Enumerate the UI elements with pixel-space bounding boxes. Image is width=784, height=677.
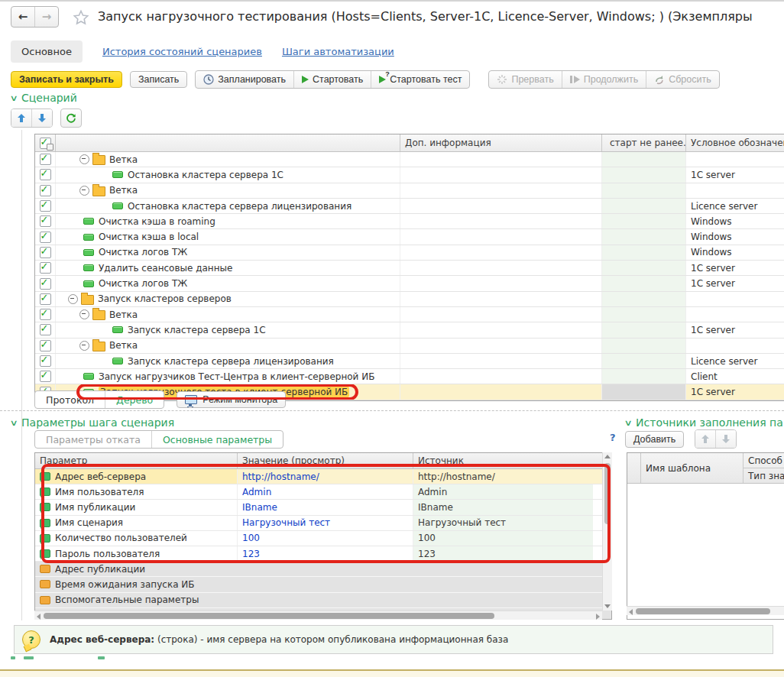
tree-cell[interactable]: Ветка bbox=[56, 338, 400, 353]
param-value-cell[interactable]: 123 bbox=[238, 546, 413, 561]
tree-row[interactable]: Запуск кластеров серверов bbox=[35, 292, 784, 307]
row-checkbox[interactable] bbox=[40, 293, 51, 305]
row-check-cell[interactable] bbox=[35, 354, 56, 368]
dop-info-cell[interactable] bbox=[400, 276, 602, 290]
tree-cell[interactable]: Очистка логов ТЖ bbox=[56, 276, 400, 290]
param-row[interactable]: Имя сценарияНагрузочный тестНагрузочный … bbox=[35, 516, 611, 531]
param-name-cell[interactable]: Имя публикации bbox=[35, 500, 238, 514]
param-row[interactable]: Имя пользователяAdminAdmin bbox=[35, 484, 611, 500]
dop-info-cell[interactable] bbox=[400, 245, 602, 260]
dop-info-column-header[interactable]: Доп. информация bbox=[400, 134, 602, 151]
row-checkbox[interactable] bbox=[40, 371, 51, 382]
row-checkbox[interactable] bbox=[40, 215, 51, 227]
dop-info-cell[interactable] bbox=[400, 369, 602, 384]
row-checkbox[interactable] bbox=[40, 232, 51, 243]
move-down-button[interactable] bbox=[31, 109, 52, 127]
row-check-cell[interactable] bbox=[35, 276, 56, 290]
tree-cell[interactable]: Ветка bbox=[56, 307, 400, 322]
param-row[interactable]: Имя публикацииIBnameIBname bbox=[35, 500, 611, 515]
dop-info-cell[interactable] bbox=[400, 292, 602, 306]
dop-info-cell[interactable] bbox=[400, 384, 602, 399]
cond-cell[interactable]: 1C server bbox=[686, 261, 784, 275]
tree-cell[interactable]: Остановка кластера сервера лицензировани… bbox=[56, 199, 400, 213]
tab-tree[interactable]: Дерево bbox=[105, 391, 164, 408]
value-type-column-header[interactable]: Тип знач bbox=[744, 468, 784, 483]
dop-info-cell[interactable] bbox=[400, 152, 602, 167]
interrupt-button[interactable]: Прервать bbox=[489, 71, 561, 88]
save-button[interactable]: Записать bbox=[130, 71, 187, 88]
tree-cell[interactable]: Очистка кэша в roaming bbox=[56, 214, 400, 228]
param-value-cell[interactable]: 100 bbox=[238, 531, 413, 546]
cond-cell[interactable]: Licence server bbox=[686, 354, 784, 368]
start-cell[interactable] bbox=[602, 292, 686, 306]
param-value-cell[interactable]: http://hostname/ bbox=[238, 469, 413, 484]
collapse-minus-icon[interactable] bbox=[79, 309, 89, 319]
sources-horizontal-scrollbar[interactable] bbox=[627, 606, 784, 615]
tab-protocol[interactable]: Протокол bbox=[35, 391, 105, 408]
tree-row[interactable]: Удалить сеансовые данные1C server bbox=[35, 261, 784, 276]
scenario-section-header[interactable]: ∨ Сценарий bbox=[11, 92, 77, 104]
cond-cell[interactable] bbox=[686, 152, 784, 167]
start-cell[interactable] bbox=[602, 261, 686, 275]
tree-row[interactable]: Очистка кэша в roamingWindows bbox=[35, 214, 784, 229]
dop-info-cell[interactable] bbox=[400, 214, 602, 228]
param-value-cell[interactable]: Нагрузочный тест bbox=[238, 516, 413, 530]
param-name-cell[interactable]: Количество пользователей bbox=[35, 531, 238, 546]
tree-cell[interactable]: Ветка bbox=[56, 183, 400, 198]
start-cell[interactable] bbox=[602, 199, 686, 213]
start-cell[interactable] bbox=[602, 322, 686, 337]
row-checkbox[interactable] bbox=[40, 200, 51, 212]
row-checkbox[interactable] bbox=[40, 355, 51, 367]
help-question-icon[interactable]: ? bbox=[610, 432, 616, 443]
dop-info-cell[interactable] bbox=[400, 322, 602, 337]
move-down-button-disabled[interactable] bbox=[715, 430, 736, 448]
param-source-cell[interactable]: IBname bbox=[413, 500, 593, 514]
tree-row[interactable]: Очистка кэша в localWindows bbox=[35, 229, 784, 245]
collapse-minus-icon[interactable] bbox=[79, 186, 89, 196]
row-check-cell[interactable] bbox=[35, 322, 56, 337]
start-cell[interactable] bbox=[602, 384, 686, 399]
row-checkbox[interactable] bbox=[40, 340, 51, 351]
param-name-cell[interactable]: Пароль пользователя bbox=[35, 546, 238, 561]
select-all-header-cell[interactable] bbox=[35, 134, 56, 151]
param-name-cell[interactable]: Адрес веб-сервера bbox=[35, 469, 238, 484]
start-cell[interactable] bbox=[602, 229, 686, 244]
cond-cell[interactable]: Licence server bbox=[686, 199, 784, 213]
param-group-row[interactable]: Время ожидания запуска ИБ bbox=[35, 577, 611, 592]
move-up-button[interactable] bbox=[11, 109, 31, 127]
row-checkbox[interactable] bbox=[40, 185, 51, 196]
tree-row[interactable]: Очистка логов ТЖWindows bbox=[35, 245, 784, 261]
tree-cell[interactable]: Очистка логов ТЖ bbox=[56, 245, 400, 260]
dop-info-cell[interactable] bbox=[400, 354, 602, 368]
sources-section-header[interactable]: ∨ Источники заполнения па bbox=[625, 416, 784, 429]
start-cell[interactable] bbox=[602, 152, 686, 167]
start-cell[interactable] bbox=[602, 167, 686, 182]
row-checkbox[interactable] bbox=[40, 154, 51, 165]
cond-cell[interactable]: 1C server bbox=[686, 322, 784, 337]
tree-row[interactable]: Остановка кластера сервера 1С1C server bbox=[35, 167, 784, 183]
param-source-cell[interactable]: 100 bbox=[413, 531, 593, 546]
row-checkbox[interactable] bbox=[40, 262, 51, 274]
cond-cell[interactable]: Windows bbox=[686, 229, 784, 244]
row-check-cell[interactable] bbox=[35, 183, 56, 198]
start-cell[interactable] bbox=[602, 183, 686, 198]
source-column-header[interactable]: Источник bbox=[413, 453, 593, 468]
tree-row[interactable]: Запуск кластера сервера лицензированияLi… bbox=[35, 354, 784, 369]
start-cell[interactable] bbox=[602, 338, 686, 353]
collapse-minus-icon[interactable] bbox=[79, 341, 89, 351]
cond-cell[interactable]: 1C server bbox=[686, 384, 784, 399]
tree-cell[interactable]: Запуск кластеров серверов bbox=[56, 292, 400, 306]
template-name-column-header[interactable]: Имя шаблона bbox=[641, 453, 744, 483]
row-check-cell[interactable] bbox=[35, 245, 56, 260]
tab-rollback-params[interactable]: Параметры отката bbox=[35, 431, 151, 448]
monitor-mode-button[interactable]: Режим монитора bbox=[177, 391, 286, 408]
start-button[interactable]: Стартовать bbox=[293, 71, 371, 88]
step-params-section-header[interactable]: ∨ Параметры шага сценария bbox=[11, 416, 607, 429]
row-check-cell[interactable] bbox=[35, 307, 56, 322]
param-column-header[interactable]: Параметр bbox=[35, 453, 238, 468]
param-source-cell[interactable]: 123 bbox=[413, 546, 593, 561]
param-group-row[interactable]: Вспомогательные параметры bbox=[35, 593, 611, 608]
back-button[interactable]: ← bbox=[11, 7, 34, 27]
cond-column-header[interactable]: Условное обозначение ед bbox=[686, 134, 784, 151]
dop-info-cell[interactable] bbox=[400, 338, 602, 353]
